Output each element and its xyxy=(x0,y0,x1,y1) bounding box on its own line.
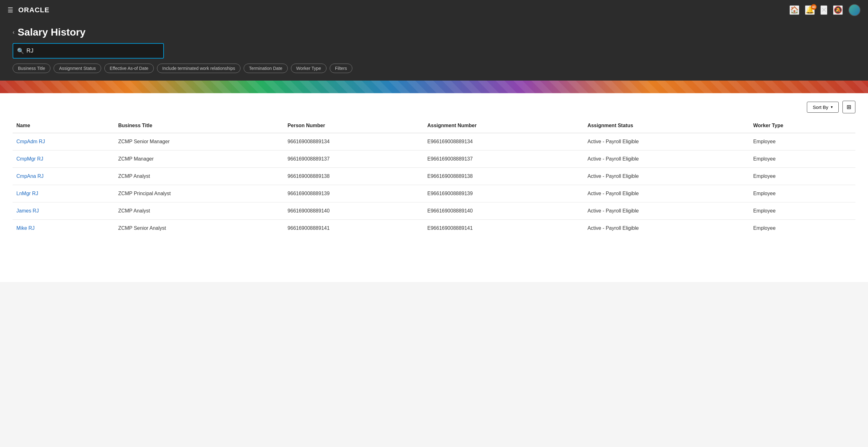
search-icon: 🔍 xyxy=(17,47,24,55)
main-content: Sort By ▾ ⊞ Name Business Title Person N… xyxy=(0,93,868,282)
top-navigation: ☰ ORACLE 🏠 🔔 43 ✕ 🔕 xyxy=(0,0,868,20)
filter-chip-filters[interactable]: Filters xyxy=(330,64,352,73)
cell-assignment-status: Active - Payroll Eligible xyxy=(584,133,749,150)
col-header-person-number: Person Number xyxy=(284,118,423,133)
table-row: James RJZCMP Analyst966169008889140E9661… xyxy=(12,202,856,220)
cell-business-title: ZCMP Manager xyxy=(115,150,284,168)
cell-worker-type: Employee xyxy=(749,185,856,202)
cell-person-number: 966169008889139 xyxy=(284,185,423,202)
employee-name-link[interactable]: LnMgr RJ xyxy=(17,191,38,196)
filter-chip-termination-date[interactable]: Termination Date xyxy=(244,64,288,73)
employee-name-link[interactable]: Mike RJ xyxy=(17,226,35,231)
filter-chip-worker-type[interactable]: Worker Type xyxy=(291,64,327,73)
cell-name: CmpAna RJ xyxy=(12,168,115,185)
cell-assignment-number: E966169008889134 xyxy=(424,133,584,150)
search-bar-container: 🔍 xyxy=(12,43,856,59)
sort-by-label: Sort By xyxy=(813,104,828,110)
col-header-name: Name xyxy=(12,118,115,133)
employee-name-link[interactable]: CmpMgr RJ xyxy=(17,156,43,162)
cell-assignment-number: E966169008889140 xyxy=(424,202,584,220)
cell-business-title: ZCMP Analyst xyxy=(115,202,284,220)
table-row: CmpMgr RJZCMP Manager966169008889137E966… xyxy=(12,150,856,168)
close-button[interactable]: ✕ xyxy=(820,5,827,15)
cell-worker-type: Employee xyxy=(749,202,856,220)
sort-by-button[interactable]: Sort By ▾ xyxy=(807,102,839,113)
oracle-logo: ORACLE xyxy=(18,6,50,14)
notification-count: 43 xyxy=(811,4,817,10)
grid-icon: ⊞ xyxy=(846,104,851,110)
table-body: CmpAdm RJZCMP Senior Manager966169008889… xyxy=(12,133,856,237)
table-row: CmpAdm RJZCMP Senior Manager966169008889… xyxy=(12,133,856,150)
filter-chip-business-title[interactable]: Business Title xyxy=(12,64,51,73)
page-title: Salary History xyxy=(18,27,85,38)
cell-worker-type: Employee xyxy=(749,150,856,168)
cell-assignment-number: E966169008889138 xyxy=(424,168,584,185)
cell-assignment-number: E966169008889141 xyxy=(424,220,584,237)
back-arrow-icon[interactable]: ‹ xyxy=(12,29,14,36)
results-table: Name Business Title Person Number Assign… xyxy=(12,118,856,237)
employee-name-link[interactable]: James RJ xyxy=(17,208,39,213)
toolbar-row: Sort By ▾ ⊞ xyxy=(12,93,856,118)
cell-name: LnMgr RJ xyxy=(12,185,115,202)
filter-chips: Business Title Assignment Status Effecti… xyxy=(12,64,856,73)
cell-worker-type: Employee xyxy=(749,168,856,185)
cell-name: CmpMgr RJ xyxy=(12,150,115,168)
filter-chip-effective-as-of-date[interactable]: Effective As-of Date xyxy=(104,64,154,73)
cell-person-number: 966169008889140 xyxy=(284,202,423,220)
cell-business-title: ZCMP Senior Manager xyxy=(115,133,284,150)
table-row: CmpAna RJZCMP Analyst966169008889138E966… xyxy=(12,168,856,185)
home-icon: 🏠 xyxy=(790,6,799,14)
employee-name-link[interactable]: CmpAna RJ xyxy=(17,173,43,179)
table-row: Mike RJZCMP Senior Analyst96616900888914… xyxy=(12,220,856,237)
cell-worker-type: Employee xyxy=(749,220,856,237)
cell-person-number: 966169008889134 xyxy=(284,133,423,150)
grid-view-button[interactable]: ⊞ xyxy=(842,101,856,113)
cell-name: Mike RJ xyxy=(12,220,115,237)
user-avatar[interactable] xyxy=(848,4,861,16)
col-header-assignment-number: Assignment Number xyxy=(424,118,584,133)
cell-business-title: ZCMP Principal Analyst xyxy=(115,185,284,202)
close-icon: ✕ xyxy=(821,6,827,14)
table-header-row: Name Business Title Person Number Assign… xyxy=(12,118,856,133)
cell-person-number: 966169008889137 xyxy=(284,150,423,168)
cell-assignment-number: E966169008889139 xyxy=(424,185,584,202)
col-header-business-title: Business Title xyxy=(115,118,284,133)
notifications-button[interactable]: 🔔 43 xyxy=(805,5,815,15)
search-input[interactable] xyxy=(12,43,164,59)
decorative-banner xyxy=(0,80,868,93)
cell-assignment-status: Active - Payroll Eligible xyxy=(584,220,749,237)
cell-person-number: 966169008889138 xyxy=(284,168,423,185)
cell-name: James RJ xyxy=(12,202,115,220)
cell-business-title: ZCMP Senior Analyst xyxy=(115,220,284,237)
nav-icons: 🏠 🔔 43 ✕ 🔕 xyxy=(789,4,861,16)
hamburger-menu-icon[interactable]: ☰ xyxy=(7,7,13,13)
filter-chip-include-terminated[interactable]: Include terminated work relationships xyxy=(157,64,241,73)
cell-business-title: ZCMP Analyst xyxy=(115,168,284,185)
mute-button[interactable]: 🔕 xyxy=(833,5,843,15)
search-input-wrapper: 🔍 xyxy=(12,43,164,59)
cell-assignment-status: Active - Payroll Eligible xyxy=(584,168,749,185)
cell-assignment-status: Active - Payroll Eligible xyxy=(584,185,749,202)
mute-icon: 🔕 xyxy=(834,6,842,14)
cell-assignment-status: Active - Payroll Eligible xyxy=(584,202,749,220)
employee-name-link[interactable]: CmpAdm RJ xyxy=(17,139,45,144)
col-header-assignment-status: Assignment Status xyxy=(584,118,749,133)
table-row: LnMgr RJZCMP Principal Analyst9661690088… xyxy=(12,185,856,202)
cell-worker-type: Employee xyxy=(749,133,856,150)
table-header: Name Business Title Person Number Assign… xyxy=(12,118,856,133)
col-header-worker-type: Worker Type xyxy=(749,118,856,133)
cell-assignment-number: E966169008889137 xyxy=(424,150,584,168)
home-button[interactable]: 🏠 xyxy=(789,5,799,15)
cell-person-number: 966169008889141 xyxy=(284,220,423,237)
cell-assignment-status: Active - Payroll Eligible xyxy=(584,150,749,168)
filter-chip-assignment-status[interactable]: Assignment Status xyxy=(54,64,101,73)
breadcrumb: ‹ Salary History xyxy=(12,27,856,38)
chevron-down-icon: ▾ xyxy=(831,105,833,109)
cell-name: CmpAdm RJ xyxy=(12,133,115,150)
header-section: ‹ Salary History 🔍 Business Title Assign… xyxy=(0,20,868,80)
